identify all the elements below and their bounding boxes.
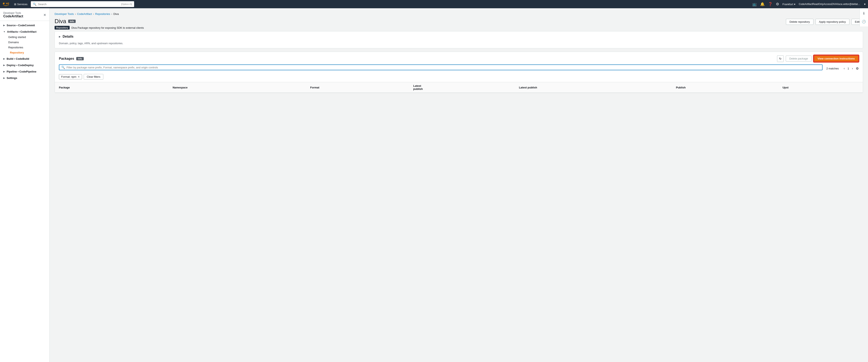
settings-icon[interactable]: ⚙ [776, 2, 779, 6]
sidebar-group-deploy: ▶ Deploy • CodeDeploy [2, 62, 48, 68]
pagination-controls: ‹ 1 › ⚙ [842, 66, 859, 70]
search-input[interactable] [38, 3, 120, 6]
search-icon: 🔍 [33, 2, 36, 6]
breadcrumb-developer-tools[interactable]: Developer Tools [55, 12, 74, 15]
packages-section: Packages Info ↻ Delete package View conn… [55, 52, 863, 93]
chevron-right-icon: ▶ [3, 64, 5, 66]
services-label: Services [17, 3, 28, 6]
screen-icon[interactable]: 📺 [752, 2, 757, 6]
package-search-input[interactable] [66, 66, 820, 69]
chevron-right-icon: ▶ [3, 77, 5, 79]
chevron-down-icon: ▼ [3, 31, 5, 33]
breadcrumb-repositories[interactable]: Repositories [95, 12, 110, 15]
sidebar-group-settings-header[interactable]: ▶ Settings [2, 75, 48, 81]
filter-row: 🔍 2 matches ‹ 1 › ⚙ Format: npm ✕ [55, 64, 863, 82]
sidebar-group-source-label: Source • CodeCommit [7, 24, 35, 27]
page-description: Diva Package repository for exposing SDK… [71, 26, 144, 29]
sidebar-group-build-header[interactable]: ▶ Build • CodeBuild [2, 56, 48, 62]
chevron-right-icon: ▶ [3, 70, 5, 73]
sidebar-item-domains[interactable]: Domains [7, 40, 48, 45]
sidebar-group-pipeline-header[interactable]: ▶ Pipeline • CodePipeline [2, 69, 48, 74]
col-latest-publish-2: Latest publish [515, 82, 672, 93]
delete-package-button[interactable]: Delete package [786, 56, 811, 62]
sidebar: Developer Tools CodeArtifact ✕ ▶ Source … [0, 8, 50, 362]
bell-icon[interactable]: 🔔 [760, 2, 765, 6]
breadcrumb-codeartifact[interactable]: CodeArtifact [77, 12, 92, 15]
chevron-right-icon: ▶ [59, 35, 61, 38]
main-content: Developer Tools › CodeArtifact › Reposit… [50, 8, 868, 362]
top-navigation: ⊞ Services 🔍 [Option+S] 📺 🔔 ❓ ⚙ Frankfur… [0, 0, 868, 8]
col-upstream: Upst [778, 82, 863, 93]
search-filter: 🔍 [59, 64, 823, 70]
region-selector[interactable]: Frankfurt ▾ [782, 3, 796, 6]
chevron-right-icon: ▶ [3, 58, 5, 60]
format-filter-label: Format: npm [61, 75, 76, 78]
details-section: ▶ Details Domain, policy, tags, ARN, and… [55, 31, 863, 48]
side-panel-icons: ℹ 🕐 [860, 8, 868, 27]
sidebar-header: Developer Tools CodeArtifact ✕ [0, 11, 50, 21]
repo-type-badge: Repository [55, 26, 70, 30]
sidebar-service-name: CodeArtifact [3, 14, 23, 18]
pagination-current: 1 [847, 67, 849, 70]
sidebar-item-getting-started[interactable]: Getting started [7, 34, 48, 40]
sidebar-group-artifacts-label: Artifacts • CodeArtifact [7, 30, 37, 33]
info-badge[interactable]: Info [68, 20, 75, 23]
account-chevron-icon: ▾ [864, 2, 866, 6]
sidebar-group-source: ▶ Source • CodeCommit [2, 23, 48, 28]
details-title: Details [63, 35, 73, 38]
sidebar-group-settings-label: Settings [7, 76, 17, 79]
search-shortcut: [Option+S] [121, 3, 132, 5]
sidebar-group-build-label: Build • CodeBuild [7, 57, 29, 60]
breadcrumb-current: Diva [114, 12, 119, 15]
side-info-icon[interactable]: ℹ [861, 10, 867, 17]
chevron-down-icon: ▾ [794, 3, 796, 6]
matches-info: 2 matches [826, 67, 839, 70]
packages-title: Packages [59, 57, 74, 61]
col-publish: Publish [672, 82, 778, 93]
services-button[interactable]: ⊞ Services [12, 2, 29, 7]
breadcrumb-sep-2: › [93, 12, 94, 15]
search-icon: 🔍 [61, 66, 65, 69]
breadcrumb-sep-1: › [75, 12, 76, 15]
page-header: Diva Info Repository Diva Package reposi… [55, 18, 863, 30]
delete-repository-button[interactable]: Delete repository [786, 19, 813, 25]
side-history-icon[interactable]: 🕐 [861, 18, 867, 25]
sidebar-item-repositories[interactable]: Repositories [7, 45, 48, 50]
sidebar-group-artifacts: ▼ Artifacts • CodeArtifact Getting start… [2, 29, 48, 55]
sidebar-group-source-header[interactable]: ▶ Source • CodeCommit [2, 23, 48, 28]
clear-filters-button[interactable]: Clear filters [84, 74, 103, 79]
packages-header: Packages Info ↻ Delete package View conn… [55, 52, 863, 64]
sidebar-group-pipeline: ▶ Pipeline • CodePipeline [2, 69, 48, 74]
col-package: Package [55, 82, 168, 93]
sidebar-group-artifacts-header[interactable]: ▼ Artifacts • CodeArtifact [2, 29, 48, 34]
pagination-prev-button[interactable]: ‹ [842, 66, 846, 70]
grid-icon: ⊞ [14, 3, 16, 6]
details-section-header[interactable]: ▶ Details [55, 31, 863, 42]
sidebar-navigation: ▶ Source • CodeCommit ▼ Artifacts • Code… [0, 23, 50, 81]
table-settings-button[interactable]: ⚙ [856, 67, 859, 70]
pagination-next-button[interactable]: › [850, 66, 854, 70]
apply-policy-button[interactable]: Apply repository policy [815, 19, 849, 25]
breadcrumb: Developer Tools › CodeArtifact › Reposit… [55, 12, 863, 15]
nav-icons: 📺 🔔 ❓ ⚙ Frankfurt ▾ CodeArtifactReadOnly… [752, 2, 866, 6]
refresh-button[interactable]: ↻ [777, 55, 784, 62]
page-title: Diva [55, 18, 66, 25]
region-label: Frankfurt [782, 3, 793, 6]
sidebar-group-deploy-label: Deploy • CodeDeploy [7, 64, 34, 67]
sidebar-group-deploy-header[interactable]: ▶ Deploy • CodeDeploy [2, 62, 48, 68]
aws-logo[interactable] [2, 2, 9, 6]
search-bar[interactable]: 🔍 [Option+S] [31, 1, 134, 7]
col-latest-publish-1: Latestpublish [409, 82, 515, 93]
account-selector[interactable]: CodeArtifactReadOnlyAccessDIVA/luca.vett… [799, 3, 861, 6]
view-connection-button[interactable]: View connection instructions [814, 55, 859, 62]
details-subtitle: Domain, policy, tags, ARN, and upstream … [55, 42, 863, 48]
sidebar-item-repository[interactable]: Repository [7, 50, 48, 55]
col-namespace: Namespace [168, 82, 306, 93]
remove-filter-button[interactable]: ✕ [78, 75, 80, 78]
chevron-right-icon: ▶ [3, 24, 5, 27]
refresh-icon: ↻ [779, 57, 782, 60]
breadcrumb-sep-3: › [112, 12, 112, 15]
sidebar-close-icon[interactable]: ✕ [43, 13, 46, 17]
packages-info-badge[interactable]: Info [76, 57, 84, 60]
help-icon[interactable]: ❓ [768, 2, 773, 6]
